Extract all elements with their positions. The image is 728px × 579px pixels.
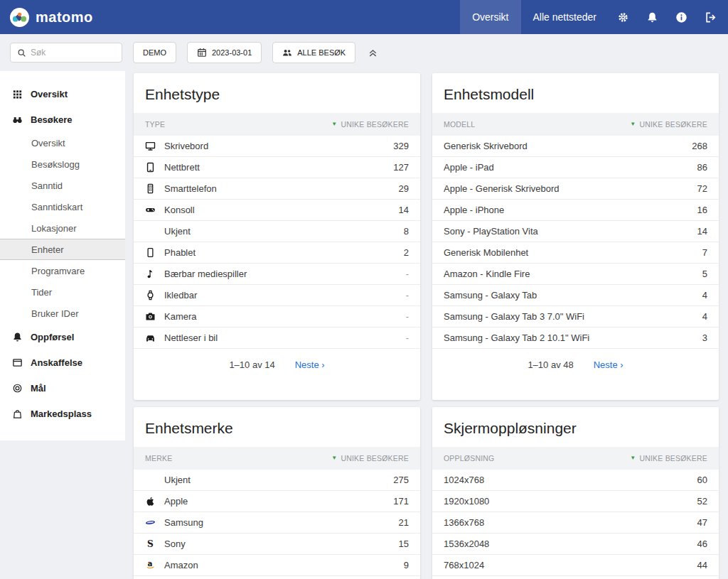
sidebar-item-anskaffelse[interactable]: Anskaffelse xyxy=(0,350,125,375)
table-row[interactable]: Samsung - Galaxy Tab4 xyxy=(432,285,719,306)
sidebar-item-markedsplass[interactable]: Markedsplass xyxy=(0,401,125,426)
sidebar-item-lokasjoner[interactable]: Lokasjoner xyxy=(0,217,125,239)
table-row[interactable]: Ukjent8 xyxy=(134,221,420,242)
smartphone-icon xyxy=(145,183,164,194)
bell-icon xyxy=(646,11,658,23)
row-label: Samsung - Galaxy Tab xyxy=(444,290,702,301)
table-row[interactable]: Apple171 xyxy=(134,491,420,512)
row-value: - xyxy=(406,290,409,301)
info-button[interactable] xyxy=(667,0,696,34)
pagination-next-link[interactable]: Neste › xyxy=(295,359,325,370)
sidebar-item-sanntidskart[interactable]: Sanntidskart xyxy=(0,196,125,217)
table-row[interactable]: 768x102444 xyxy=(432,555,719,576)
table-row[interactable]: SSony15 xyxy=(134,534,420,555)
samsung-icon xyxy=(145,517,164,528)
gear-button[interactable] xyxy=(609,0,638,34)
date-range-label: 2023-03-01 xyxy=(212,48,252,57)
row-value: 72 xyxy=(697,183,707,194)
collapse-toolbar-button[interactable] xyxy=(366,48,380,58)
sidebar-item-enheter[interactable]: Enheter xyxy=(0,239,125,260)
row-value: 4 xyxy=(702,311,707,322)
column-header-unike-besokere[interactable]: ▼UNIKE BESØKERE xyxy=(331,120,409,129)
row-value: 4 xyxy=(702,290,707,301)
table-row[interactable]: Apple - iPhone16 xyxy=(432,200,719,221)
car-icon xyxy=(145,332,164,343)
topnav-oversikt[interactable]: Oversikt xyxy=(460,0,520,34)
column-header-modell[interactable]: MODELL xyxy=(444,120,475,129)
row-value: 21 xyxy=(399,517,409,528)
column-header-unike-besokere[interactable]: ▼UNIKE BESØKERE xyxy=(331,454,409,462)
bag-icon xyxy=(12,408,23,419)
tablet-icon xyxy=(145,162,164,173)
sidebar-item-besokslogg[interactable]: Besøkslogg xyxy=(0,153,125,175)
pagination: 1–10 av 48Neste › xyxy=(432,349,719,381)
table-row[interactable]: Samsung21 xyxy=(134,512,420,534)
sidebar-item-oversikt[interactable]: Oversikt xyxy=(0,81,125,107)
sidebar-item-label: Besøkslogg xyxy=(31,159,80,170)
table-row[interactable]: Generisk Skrivebord268 xyxy=(432,136,719,157)
table-row[interactable]: 1366x76847 xyxy=(432,512,719,534)
column-header-type[interactable]: TYPE xyxy=(145,120,165,129)
column-header-unike-besokere[interactable]: ▼UNIKE BESØKERE xyxy=(630,120,707,129)
pagination-range: 1–10 av 48 xyxy=(528,359,573,370)
sidebar-item-bruker-ider[interactable]: Bruker IDer xyxy=(0,303,125,324)
brand-text: matomo xyxy=(36,9,93,26)
column-header-opplosning[interactable]: OPPLØSNING xyxy=(444,454,494,462)
column-header-merke[interactable]: MERKE xyxy=(145,454,172,462)
value-column-label: UNIKE BESØKERE xyxy=(639,120,707,129)
logout-button[interactable] xyxy=(696,0,728,34)
table-row[interactable]: Phablet2 xyxy=(134,242,420,264)
topnav-alle-nettsteder[interactable]: Alle nettsteder xyxy=(521,0,609,34)
row-value: - xyxy=(406,269,409,279)
row-label: Apple - iPad xyxy=(444,162,697,173)
table-row[interactable]: Smarttelefon29 xyxy=(134,178,420,200)
row-label: Amazon xyxy=(164,560,404,570)
table-row[interactable]: 1024x76860 xyxy=(432,470,719,491)
table-row[interactable]: Bærbar mediespiller- xyxy=(134,264,420,285)
table-row[interactable]: 1536x204846 xyxy=(432,534,719,555)
sidebar-item-oversikt[interactable]: Oversikt xyxy=(0,132,125,153)
sidebar-item-programvare[interactable]: Programvare xyxy=(0,260,125,281)
window-icon xyxy=(12,357,23,368)
search-box[interactable] xyxy=(10,43,122,63)
table-row[interactable]: Apple - iPad86 xyxy=(432,157,719,178)
table-row[interactable]: Samsung - Galaxy Tab 3 7.0" WiFi4 xyxy=(432,306,719,328)
table-row[interactable]: Nettbrett127 xyxy=(134,157,420,178)
table-row[interactable]: Ukjent275 xyxy=(134,470,420,491)
matomo-brand[interactable]: matomo xyxy=(0,0,93,34)
row-value: 14 xyxy=(399,205,409,215)
bell-button[interactable] xyxy=(638,0,667,34)
pagination-next-link[interactable]: Neste › xyxy=(594,359,623,370)
sidebar-item-label: Tider xyxy=(31,287,52,298)
table-row[interactable]: Kamera- xyxy=(134,306,420,328)
sidebar-item-oppforsel[interactable]: Oppførsel xyxy=(0,324,125,350)
segment-selector-button[interactable]: ALLE BESØK xyxy=(272,42,355,63)
sidebar-item-label: Oversikt xyxy=(31,89,68,99)
date-range-button[interactable]: 2023-03-01 xyxy=(187,42,262,63)
sidebar-item-tider[interactable]: Tider xyxy=(0,281,125,303)
sidebar-item-mal[interactable]: Mål xyxy=(0,375,125,401)
pagination-range: 1–10 av 14 xyxy=(229,359,274,370)
value-column-label: UNIKE BESØKERE xyxy=(639,454,707,462)
toolbar: DEMO 2023-03-01 ALLE BESØK xyxy=(0,34,728,71)
table-row[interactable]: Generisk Mobilenhet7 xyxy=(432,242,719,264)
table-row[interactable]: aAmazon9 xyxy=(134,555,420,576)
table-row[interactable]: Konsoll14 xyxy=(134,200,420,221)
sidebar-item-sanntid[interactable]: Sanntid xyxy=(0,175,125,196)
search-input[interactable] xyxy=(31,48,115,58)
table-row[interactable]: Ikledbar- xyxy=(134,285,420,306)
sidebar-item-besokere[interactable]: Besøkere xyxy=(0,107,125,132)
table-row[interactable]: Samsung - Galaxy Tab 2 10.1" WiFi3 xyxy=(432,328,719,349)
table-row[interactable]: Amazon - Kindle Fire5 xyxy=(432,264,719,285)
table-row[interactable]: Apple - Generisk Skrivebord72 xyxy=(432,178,719,200)
column-header-unike-besokere[interactable]: ▼UNIKE BESØKERE xyxy=(630,454,707,462)
row-value: 52 xyxy=(697,496,707,507)
table-row[interactable]: Skrivebord329 xyxy=(134,136,420,157)
table-row[interactable]: 1920x108052 xyxy=(432,491,719,512)
table-row[interactable]: Nettleser i bil- xyxy=(134,328,420,349)
site-selector-button[interactable]: DEMO xyxy=(133,42,176,63)
row-value: 171 xyxy=(393,496,409,507)
desktop-icon xyxy=(145,141,164,151)
table-row[interactable]: Sony - PlayStation Vita14 xyxy=(432,221,719,242)
sidebar: OversiktBesøkereOversiktBesøksloggSannti… xyxy=(0,71,125,440)
